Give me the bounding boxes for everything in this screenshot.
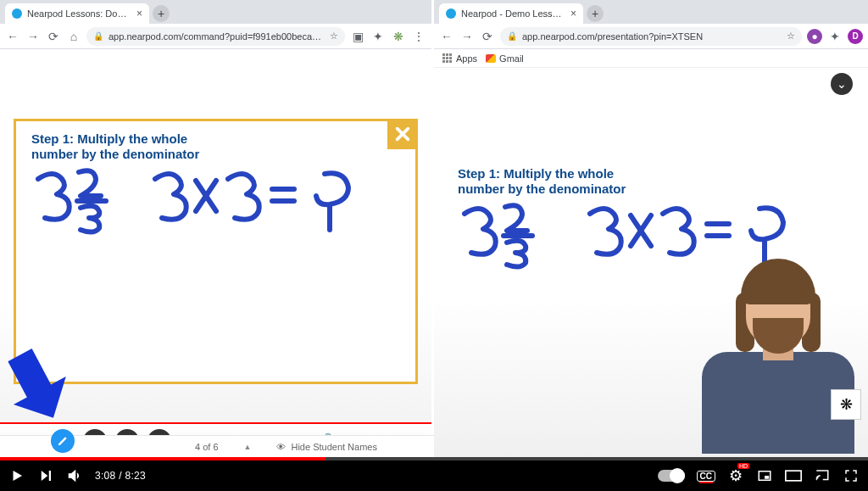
tabstrip-left: Nearpod Lessons: Download r × + [0, 0, 431, 24]
pen-tool[interactable] [51, 429, 75, 453]
browser-tab-right[interactable]: Nearpod - Demo Lesson New × [439, 3, 583, 24]
profile-avatar[interactable]: D [848, 29, 863, 44]
video-controls: 3:08 / 8:23 CC ⚙ HD [0, 457, 868, 491]
right-browser-pane: Nearpod - Demo Lesson New × + ← → ⟳ 🔒 ap… [434, 0, 868, 457]
nearpod-favicon [446, 8, 456, 19]
svg-rect-13 [786, 471, 801, 481]
time-display: 3:08 / 8:23 [95, 470, 146, 482]
play-button[interactable] [8, 468, 25, 483]
gmail-icon [486, 54, 496, 63]
new-tab-button[interactable]: + [153, 5, 170, 22]
next-button[interactable] [37, 468, 54, 483]
tabstrip-right: Nearpod - Demo Lesson New × + [434, 0, 868, 24]
lock-icon: 🔒 [93, 31, 103, 41]
lock-icon: 🔒 [507, 31, 517, 41]
step-line2: number by the denominator [458, 181, 626, 197]
tab-title: Nearpod - Demo Lesson New [461, 8, 565, 19]
settings-button[interactable]: ⚙ HD [727, 466, 744, 485]
extensions-icon[interactable]: ✦ [827, 30, 843, 43]
annotation-arrow [7, 345, 75, 421]
browser-toolbar-right: ← → ⟳ 🔒 app.nearpod.com/presentation?pin… [434, 24, 868, 49]
page-up-icon[interactable]: ▲ [244, 443, 252, 451]
step-instruction-right: Step 1: Multiply the whole number by the… [458, 166, 626, 197]
step-line1: Step 1: Multiply the whole [31, 131, 199, 147]
browser-tab-left[interactable]: Nearpod Lessons: Download r × [5, 3, 149, 24]
handwritten-math-left [28, 162, 384, 238]
captions-button[interactable]: CC [697, 471, 715, 482]
duration-time: 8:23 [125, 470, 146, 482]
miniplayer-icon [757, 468, 772, 483]
step-line1: Step 1: Multiply the whole [458, 166, 626, 181]
close-tab-icon[interactable]: × [570, 8, 576, 20]
star-icon[interactable]: ☆ [787, 31, 795, 42]
address-bar-left[interactable]: 🔒 app.nearpod.com/command?puid=f991eb00b… [86, 27, 345, 46]
autoplay-toggle[interactable] [658, 470, 685, 482]
back-icon[interactable]: ← [5, 30, 20, 43]
reload-icon[interactable]: ⟳ [480, 30, 495, 43]
close-slide-button[interactable] [387, 119, 418, 149]
theater-icon [785, 470, 802, 482]
chevron-down-icon: ⌄ [837, 77, 847, 91]
left-browser-pane: Nearpod Lessons: Download r × + ← → ⟳ ⌂ … [0, 0, 434, 457]
hd-badge: HD [737, 463, 749, 469]
home-icon[interactable]: ⌂ [66, 30, 81, 43]
extensions-icon[interactable]: ✦ [370, 30, 386, 43]
apps-label: Apps [456, 53, 477, 64]
expand-toggle[interactable]: ⌄ [831, 73, 853, 95]
hide-label: Hide Student Names [291, 442, 377, 452]
address-bar-right[interactable]: 🔒 app.nearpod.com/presentation?pin=XTSEN… [500, 27, 802, 46]
right-content: ⌄ Step 1: Multiply the whole number by t… [434, 68, 868, 457]
reading-list-icon[interactable]: ▣ [350, 30, 365, 43]
theater-button[interactable] [785, 470, 802, 482]
pen-icon [57, 435, 69, 447]
fullscreen-icon [843, 468, 859, 483]
bookmarks-bar: Apps Gmail [434, 49, 868, 68]
volume-icon [67, 468, 82, 483]
apps-icon [442, 53, 453, 64]
miniplayer-button[interactable] [756, 468, 773, 483]
forward-icon[interactable]: → [25, 30, 41, 43]
step-line2: number by the denominator [31, 147, 199, 162]
new-tab-button[interactable]: + [587, 5, 604, 22]
tab-title: Nearpod Lessons: Download r [27, 8, 131, 19]
gmail-bookmark[interactable]: Gmail [486, 53, 524, 64]
presenter-webcam [693, 259, 863, 454]
nearpod-favicon [12, 8, 22, 19]
step-instruction-left: Step 1: Multiply the whole number by the… [31, 131, 199, 162]
close-tab-icon[interactable]: × [136, 8, 142, 20]
nearpod-logo-badge: ❋ [831, 389, 861, 420]
url-text: app.nearpod.com/command?puid=f991eb00bec… [108, 31, 325, 42]
volume-button[interactable] [66, 468, 83, 483]
cast-icon [815, 468, 830, 483]
reload-icon[interactable]: ⟳ [46, 30, 61, 43]
play-icon [9, 468, 25, 483]
cast-button[interactable] [814, 468, 831, 483]
browser-toolbar-left: ← → ⟳ ⌂ 🔒 app.nearpod.com/command?puid=f… [0, 24, 431, 49]
next-icon [38, 468, 53, 483]
svg-rect-12 [765, 476, 769, 479]
eye-icon: 👁 [276, 442, 286, 452]
extension-purple-icon[interactable]: ● [807, 29, 822, 44]
back-icon[interactable]: ← [439, 30, 454, 43]
gear-icon: ⚙ [729, 466, 743, 485]
current-time: 3:08 [95, 470, 116, 482]
apps-bookmark[interactable]: Apps [442, 53, 477, 64]
hide-student-names[interactable]: 👁 Hide Student Names [276, 442, 377, 452]
star-icon[interactable]: ☆ [330, 31, 338, 42]
gmail-label: Gmail [499, 53, 524, 64]
close-icon [393, 125, 412, 143]
forward-icon[interactable]: → [459, 30, 475, 43]
url-text: app.nearpod.com/presentation?pin=XTSEN [522, 31, 782, 42]
page-indicator: 4 of 6 [195, 442, 219, 452]
fullscreen-button[interactable] [843, 468, 860, 483]
menu-icon[interactable]: ⋮ [411, 30, 426, 43]
tree-extension-icon[interactable]: ❋ [391, 30, 406, 43]
